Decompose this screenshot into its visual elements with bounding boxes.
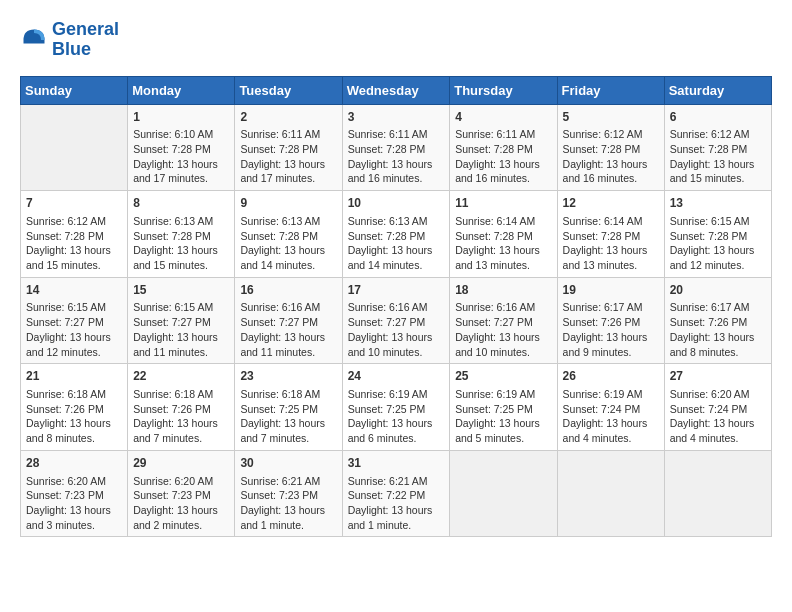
weekday-header-tuesday: Tuesday <box>235 76 342 104</box>
calendar-header: SundayMondayTuesdayWednesdayThursdayFrid… <box>21 76 772 104</box>
day-number: 21 <box>26 368 122 385</box>
day-number: 13 <box>670 195 766 212</box>
calendar-week-1: 1Sunrise: 6:10 AM Sunset: 7:28 PM Daylig… <box>21 104 772 191</box>
day-number: 22 <box>133 368 229 385</box>
calendar-cell: 7Sunrise: 6:12 AM Sunset: 7:28 PM Daylig… <box>21 191 128 278</box>
logo-icon <box>20 26 48 54</box>
calendar-cell: 9Sunrise: 6:13 AM Sunset: 7:28 PM Daylig… <box>235 191 342 278</box>
day-info: Sunrise: 6:15 AM Sunset: 7:27 PM Dayligh… <box>26 300 122 359</box>
day-number: 31 <box>348 455 445 472</box>
weekday-header-thursday: Thursday <box>450 76 557 104</box>
day-number: 4 <box>455 109 551 126</box>
day-number: 1 <box>133 109 229 126</box>
calendar-cell: 30Sunrise: 6:21 AM Sunset: 7:23 PM Dayli… <box>235 450 342 537</box>
calendar-cell: 13Sunrise: 6:15 AM Sunset: 7:28 PM Dayli… <box>664 191 771 278</box>
calendar-cell <box>664 450 771 537</box>
calendar-cell: 14Sunrise: 6:15 AM Sunset: 7:27 PM Dayli… <box>21 277 128 364</box>
day-info: Sunrise: 6:15 AM Sunset: 7:28 PM Dayligh… <box>670 214 766 273</box>
day-number: 17 <box>348 282 445 299</box>
calendar-cell: 10Sunrise: 6:13 AM Sunset: 7:28 PM Dayli… <box>342 191 450 278</box>
calendar-cell: 17Sunrise: 6:16 AM Sunset: 7:27 PM Dayli… <box>342 277 450 364</box>
day-number: 7 <box>26 195 122 212</box>
calendar-cell: 6Sunrise: 6:12 AM Sunset: 7:28 PM Daylig… <box>664 104 771 191</box>
calendar-cell: 23Sunrise: 6:18 AM Sunset: 7:25 PM Dayli… <box>235 364 342 451</box>
calendar-cell: 3Sunrise: 6:11 AM Sunset: 7:28 PM Daylig… <box>342 104 450 191</box>
day-info: Sunrise: 6:13 AM Sunset: 7:28 PM Dayligh… <box>240 214 336 273</box>
day-number: 16 <box>240 282 336 299</box>
calendar-week-5: 28Sunrise: 6:20 AM Sunset: 7:23 PM Dayli… <box>21 450 772 537</box>
calendar-week-3: 14Sunrise: 6:15 AM Sunset: 7:27 PM Dayli… <box>21 277 772 364</box>
day-info: Sunrise: 6:16 AM Sunset: 7:27 PM Dayligh… <box>455 300 551 359</box>
calendar-cell: 29Sunrise: 6:20 AM Sunset: 7:23 PM Dayli… <box>128 450 235 537</box>
calendar-cell: 16Sunrise: 6:16 AM Sunset: 7:27 PM Dayli… <box>235 277 342 364</box>
calendar-cell <box>557 450 664 537</box>
day-info: Sunrise: 6:16 AM Sunset: 7:27 PM Dayligh… <box>348 300 445 359</box>
calendar-cell <box>21 104 128 191</box>
calendar-week-2: 7Sunrise: 6:12 AM Sunset: 7:28 PM Daylig… <box>21 191 772 278</box>
day-info: Sunrise: 6:11 AM Sunset: 7:28 PM Dayligh… <box>240 127 336 186</box>
calendar-cell: 18Sunrise: 6:16 AM Sunset: 7:27 PM Dayli… <box>450 277 557 364</box>
day-info: Sunrise: 6:12 AM Sunset: 7:28 PM Dayligh… <box>563 127 659 186</box>
day-number: 2 <box>240 109 336 126</box>
logo: General Blue <box>20 20 119 60</box>
calendar-cell: 24Sunrise: 6:19 AM Sunset: 7:25 PM Dayli… <box>342 364 450 451</box>
calendar-cell: 27Sunrise: 6:20 AM Sunset: 7:24 PM Dayli… <box>664 364 771 451</box>
calendar-cell: 25Sunrise: 6:19 AM Sunset: 7:25 PM Dayli… <box>450 364 557 451</box>
logo-text: General Blue <box>52 20 119 60</box>
day-number: 27 <box>670 368 766 385</box>
day-info: Sunrise: 6:19 AM Sunset: 7:25 PM Dayligh… <box>455 387 551 446</box>
calendar-table: SundayMondayTuesdayWednesdayThursdayFrid… <box>20 76 772 538</box>
day-number: 9 <box>240 195 336 212</box>
day-number: 5 <box>563 109 659 126</box>
day-info: Sunrise: 6:18 AM Sunset: 7:26 PM Dayligh… <box>26 387 122 446</box>
day-info: Sunrise: 6:19 AM Sunset: 7:25 PM Dayligh… <box>348 387 445 446</box>
day-info: Sunrise: 6:14 AM Sunset: 7:28 PM Dayligh… <box>563 214 659 273</box>
day-info: Sunrise: 6:13 AM Sunset: 7:28 PM Dayligh… <box>133 214 229 273</box>
calendar-cell: 2Sunrise: 6:11 AM Sunset: 7:28 PM Daylig… <box>235 104 342 191</box>
day-number: 28 <box>26 455 122 472</box>
calendar-cell: 8Sunrise: 6:13 AM Sunset: 7:28 PM Daylig… <box>128 191 235 278</box>
calendar-cell: 1Sunrise: 6:10 AM Sunset: 7:28 PM Daylig… <box>128 104 235 191</box>
weekday-header-wednesday: Wednesday <box>342 76 450 104</box>
day-info: Sunrise: 6:19 AM Sunset: 7:24 PM Dayligh… <box>563 387 659 446</box>
day-info: Sunrise: 6:13 AM Sunset: 7:28 PM Dayligh… <box>348 214 445 273</box>
weekday-header-saturday: Saturday <box>664 76 771 104</box>
page-header: General Blue <box>20 20 772 60</box>
day-number: 15 <box>133 282 229 299</box>
day-info: Sunrise: 6:17 AM Sunset: 7:26 PM Dayligh… <box>563 300 659 359</box>
calendar-cell: 28Sunrise: 6:20 AM Sunset: 7:23 PM Dayli… <box>21 450 128 537</box>
day-number: 6 <box>670 109 766 126</box>
day-number: 8 <box>133 195 229 212</box>
calendar-body: 1Sunrise: 6:10 AM Sunset: 7:28 PM Daylig… <box>21 104 772 537</box>
day-info: Sunrise: 6:17 AM Sunset: 7:26 PM Dayligh… <box>670 300 766 359</box>
calendar-cell: 20Sunrise: 6:17 AM Sunset: 7:26 PM Dayli… <box>664 277 771 364</box>
svg-rect-0 <box>24 40 45 44</box>
day-info: Sunrise: 6:16 AM Sunset: 7:27 PM Dayligh… <box>240 300 336 359</box>
calendar-cell: 26Sunrise: 6:19 AM Sunset: 7:24 PM Dayli… <box>557 364 664 451</box>
day-info: Sunrise: 6:18 AM Sunset: 7:26 PM Dayligh… <box>133 387 229 446</box>
day-number: 23 <box>240 368 336 385</box>
calendar-cell: 31Sunrise: 6:21 AM Sunset: 7:22 PM Dayli… <box>342 450 450 537</box>
day-number: 20 <box>670 282 766 299</box>
calendar-cell: 4Sunrise: 6:11 AM Sunset: 7:28 PM Daylig… <box>450 104 557 191</box>
day-number: 24 <box>348 368 445 385</box>
day-number: 11 <box>455 195 551 212</box>
day-info: Sunrise: 6:14 AM Sunset: 7:28 PM Dayligh… <box>455 214 551 273</box>
calendar-cell: 19Sunrise: 6:17 AM Sunset: 7:26 PM Dayli… <box>557 277 664 364</box>
day-info: Sunrise: 6:11 AM Sunset: 7:28 PM Dayligh… <box>455 127 551 186</box>
day-info: Sunrise: 6:11 AM Sunset: 7:28 PM Dayligh… <box>348 127 445 186</box>
day-number: 3 <box>348 109 445 126</box>
calendar-cell: 12Sunrise: 6:14 AM Sunset: 7:28 PM Dayli… <box>557 191 664 278</box>
day-number: 14 <box>26 282 122 299</box>
day-info: Sunrise: 6:12 AM Sunset: 7:28 PM Dayligh… <box>670 127 766 186</box>
calendar-cell: 22Sunrise: 6:18 AM Sunset: 7:26 PM Dayli… <box>128 364 235 451</box>
day-number: 18 <box>455 282 551 299</box>
day-number: 12 <box>563 195 659 212</box>
calendar-cell <box>450 450 557 537</box>
weekday-header-friday: Friday <box>557 76 664 104</box>
day-info: Sunrise: 6:21 AM Sunset: 7:22 PM Dayligh… <box>348 474 445 533</box>
day-number: 26 <box>563 368 659 385</box>
day-info: Sunrise: 6:12 AM Sunset: 7:28 PM Dayligh… <box>26 214 122 273</box>
day-info: Sunrise: 6:10 AM Sunset: 7:28 PM Dayligh… <box>133 127 229 186</box>
calendar-cell: 15Sunrise: 6:15 AM Sunset: 7:27 PM Dayli… <box>128 277 235 364</box>
